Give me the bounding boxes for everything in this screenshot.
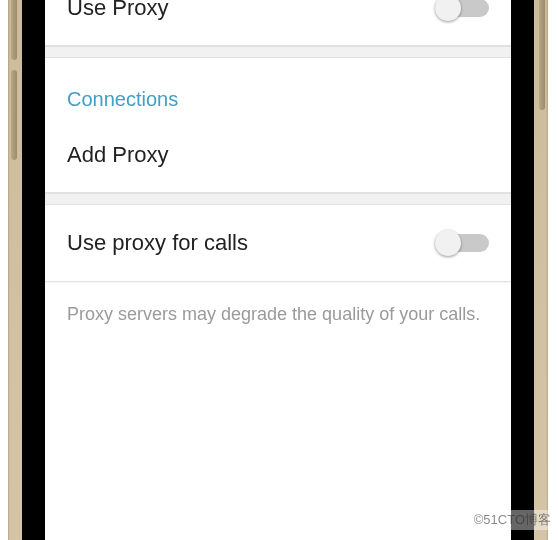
add-proxy-row[interactable]: Add Proxy	[45, 117, 511, 193]
use-proxy-calls-toggle[interactable]	[435, 230, 489, 256]
screen: 16:01 4G	[45, 0, 511, 540]
use-proxy-toggle[interactable]	[435, 0, 489, 21]
section-divider	[45, 193, 511, 205]
toggle-thumb	[435, 230, 461, 256]
connections-header: Connections	[45, 58, 511, 117]
use-proxy-calls-row[interactable]: Use proxy for calls	[45, 205, 511, 281]
watermark: ©51CTO博客	[471, 510, 554, 530]
add-proxy-label: Add Proxy	[67, 142, 489, 168]
volume-down-button[interactable]	[11, 70, 17, 160]
phone-body: 16:01 4G	[8, 0, 548, 540]
phone-bezel: 16:01 4G	[22, 0, 534, 540]
use-proxy-row[interactable]: Use Proxy	[45, 0, 511, 46]
use-proxy-label: Use Proxy	[67, 0, 435, 21]
settings-list: Use Proxy Connections Add Proxy Use prox…	[45, 0, 511, 327]
volume-up-button[interactable]	[11, 0, 17, 60]
section-divider	[45, 46, 511, 58]
toggle-thumb	[435, 0, 461, 21]
helper-text: Proxy servers may degrade the quality of…	[45, 282, 511, 327]
use-proxy-calls-label: Use proxy for calls	[67, 230, 435, 256]
power-button[interactable]	[539, 0, 545, 110]
